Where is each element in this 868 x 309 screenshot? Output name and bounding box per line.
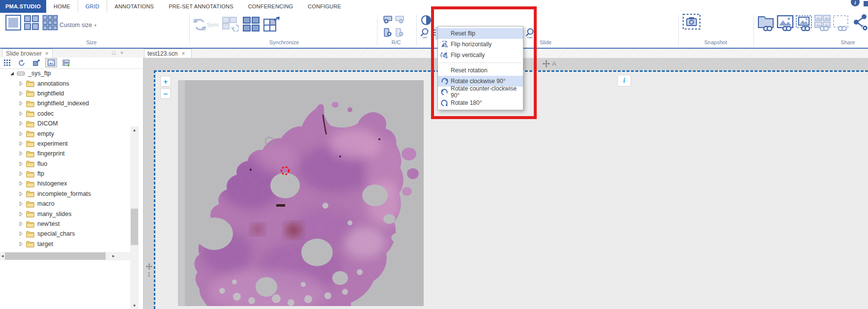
zoom-out-button[interactable]: − bbox=[160, 88, 171, 99]
image-preview-button[interactable] bbox=[45, 58, 57, 67]
remove-row-button[interactable] bbox=[395, 15, 405, 25]
scrollbar-thumb[interactable] bbox=[5, 252, 106, 260]
tree-item-brightfield-indexed[interactable]: brightfield_indexed bbox=[0, 98, 130, 108]
collapse-icon[interactable] bbox=[10, 71, 15, 76]
expand-icon[interactable] bbox=[19, 171, 24, 176]
menu-item-reset-flip[interactable]: Reset flip bbox=[438, 28, 523, 39]
scrollbar-thumb[interactable] bbox=[131, 209, 138, 245]
expand-icon[interactable] bbox=[19, 81, 24, 86]
tree-item-target[interactable]: target bbox=[0, 239, 130, 249]
menu-item-flip-horizontally[interactable]: Flip horizontally bbox=[438, 39, 523, 50]
server-tree-button[interactable] bbox=[60, 58, 72, 67]
open-in-viewer-button[interactable] bbox=[30, 58, 42, 67]
close-icon[interactable]: × bbox=[45, 51, 49, 56]
expand-icon[interactable] bbox=[19, 121, 24, 126]
menu-item-flip-vertically[interactable]: Flip vertically bbox=[438, 50, 523, 61]
tree-horizontal-scrollbar[interactable]: ◄ ► bbox=[0, 252, 139, 260]
sync-all-button[interactable] bbox=[243, 17, 260, 31]
tree-item-incomplete-formats[interactable]: incomplete_formats bbox=[0, 189, 130, 199]
share-grid-link-button[interactable] bbox=[814, 14, 832, 31]
tree-item-brightfield[interactable]: brightfield bbox=[0, 89, 130, 98]
expand-icon[interactable] bbox=[19, 161, 24, 166]
share-selection-link-button[interactable] bbox=[832, 14, 850, 31]
expand-icon[interactable] bbox=[19, 91, 24, 96]
close-icon[interactable]: × bbox=[120, 50, 123, 56]
scroll-down-icon[interactable]: ▼ bbox=[130, 302, 139, 309]
add-row-button[interactable] bbox=[383, 15, 393, 25]
scroll-right-icon[interactable]: ► bbox=[111, 252, 116, 260]
share-image-link-button[interactable] bbox=[777, 14, 794, 31]
nav-tab-grid[interactable]: GRID bbox=[78, 0, 107, 13]
tree-item-special-chars[interactable]: special_chars bbox=[0, 229, 130, 239]
tree-item-fluo[interactable]: fluo bbox=[0, 159, 130, 169]
tree-item--sys-ftp[interactable]: _sys_ftp bbox=[0, 68, 130, 78]
refresh-button[interactable] bbox=[16, 58, 28, 67]
tree-item-codec[interactable]: codec bbox=[0, 109, 130, 119]
slide-info-button[interactable]: i bbox=[617, 75, 631, 87]
app-logo[interactable]: PMA.STUDIO bbox=[0, 0, 46, 13]
tree-item-annotations[interactable]: annotations bbox=[0, 78, 130, 88]
document-tab[interactable]: test123.scn × bbox=[144, 49, 192, 58]
maximize-icon[interactable]: □ bbox=[112, 50, 116, 56]
menu-item-rotate-180-[interactable]: Rotate 180° bbox=[438, 97, 523, 108]
slide-browser-window-buttons: □ × bbox=[112, 50, 123, 56]
expand-icon[interactable] bbox=[19, 181, 24, 186]
slide-browser-panel-tab[interactable]: Slide browser × bbox=[2, 49, 53, 58]
help-info-icon[interactable]: i bbox=[848, 0, 868, 7]
grid-1x1-button[interactable] bbox=[5, 15, 21, 31]
expand-icon[interactable] bbox=[19, 141, 24, 146]
tree-item-many-slides[interactable]: many_slides bbox=[0, 209, 130, 218]
thumbnail-grid-button[interactable] bbox=[1, 58, 13, 67]
tree-item-fingerprint[interactable]: fingerprint bbox=[0, 149, 130, 158]
expand-icon[interactable] bbox=[19, 101, 24, 106]
add-column-button[interactable] bbox=[383, 28, 393, 37]
tree-item-experiment[interactable]: experiment bbox=[0, 139, 130, 149]
zoom-min-button[interactable]: min bbox=[420, 28, 430, 39]
expand-icon[interactable] bbox=[19, 231, 24, 236]
menu-item-rotate-counter-clockwise-90-[interactable]: Rotate counter-clockwise 90° bbox=[438, 87, 523, 97]
zoom-max-button[interactable]: max bbox=[525, 28, 535, 39]
expand-icon[interactable] bbox=[19, 221, 24, 226]
expand-icon[interactable] bbox=[19, 242, 24, 247]
tree-item-empty[interactable]: empty bbox=[0, 128, 130, 138]
expand-icon[interactable] bbox=[19, 212, 24, 216]
share-region-link-button[interactable] bbox=[795, 14, 813, 31]
expand-icon[interactable] bbox=[19, 131, 24, 136]
nav-tab-home[interactable]: HOME bbox=[46, 0, 78, 13]
share-folder-link-button[interactable] bbox=[757, 14, 775, 31]
slide-scan-image[interactable] bbox=[178, 80, 424, 306]
menu-item-reset-rotation[interactable]: Reset rotation bbox=[438, 65, 523, 76]
nav-tab-conferencing[interactable]: CONFERENCING bbox=[241, 0, 301, 13]
grid-2x2-button[interactable] bbox=[24, 15, 39, 31]
grid-3x3-button[interactable] bbox=[42, 15, 58, 31]
tree-item-label: special_chars bbox=[37, 230, 75, 237]
sync-toggle-button[interactable] bbox=[193, 18, 207, 31]
scroll-left-icon[interactable]: ◄ bbox=[0, 252, 5, 260]
nav-tab-annotations[interactable]: ANNOTATIONS bbox=[107, 0, 161, 13]
sync-pan-button[interactable] bbox=[222, 17, 239, 31]
close-icon[interactable]: × bbox=[181, 51, 185, 56]
row-drag-handle[interactable]: 1 bbox=[145, 263, 153, 278]
expand-grid-button[interactable] bbox=[263, 17, 280, 31]
snapshot-button[interactable] bbox=[682, 13, 701, 30]
custom-size-dropdown[interactable]: Custom size ▾ bbox=[59, 22, 96, 29]
expand-icon[interactable] bbox=[19, 111, 24, 116]
tree-item-dicom[interactable]: DICOM bbox=[0, 119, 130, 128]
tree-item-ftp[interactable]: ftp bbox=[0, 169, 130, 179]
nav-tab-pre-set-annotations[interactable]: PRE-SET ANNOTATIONS bbox=[161, 0, 241, 13]
zoom-in-button[interactable]: + bbox=[160, 76, 171, 87]
nav-tab-configure[interactable]: CONFIGURE bbox=[300, 0, 348, 13]
tree-vertical-scrollbar[interactable]: ▲ ▼ bbox=[130, 126, 139, 309]
expand-icon[interactable] bbox=[19, 151, 24, 156]
tree-item-macro[interactable]: macro bbox=[0, 199, 130, 209]
contrast-button[interactable] bbox=[421, 15, 432, 26]
tree-item-new-test[interactable]: new'test bbox=[0, 219, 130, 229]
tree-item-histogenex[interactable]: histogenex bbox=[0, 179, 130, 188]
expand-icon[interactable] bbox=[19, 201, 24, 206]
expand-icon[interactable] bbox=[19, 191, 24, 196]
scroll-up-icon[interactable]: ▲ bbox=[130, 126, 139, 134]
column-drag-handle[interactable]: A bbox=[543, 60, 556, 67]
share-settings-button[interactable] bbox=[853, 14, 868, 31]
tree-item-label: incomplete_formats bbox=[37, 190, 91, 197]
remove-column-button[interactable] bbox=[395, 28, 405, 37]
